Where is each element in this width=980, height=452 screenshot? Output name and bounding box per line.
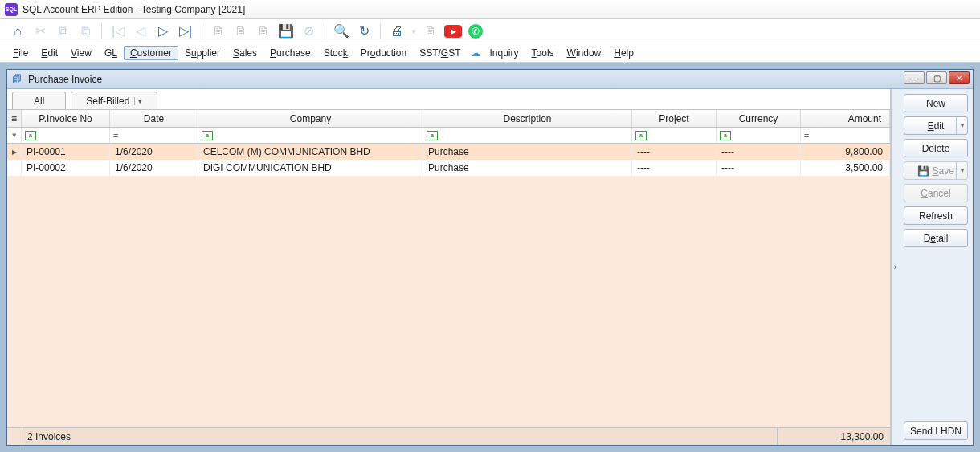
cell-company: CELCOM (M) COMMUNICATION BHD xyxy=(198,144,423,160)
edit-doc-icon[interactable]: 🗎 xyxy=(231,22,251,41)
edit-dropdown-icon[interactable]: ▾ xyxy=(956,117,967,134)
row-count: 2 Invoices xyxy=(22,428,778,445)
cell-date: 1/6/2020 xyxy=(110,144,198,160)
tab-self-billed[interactable]: Self-Billed▾ xyxy=(71,92,157,109)
filter-date[interactable]: = xyxy=(110,128,198,143)
refresh-button[interactable]: Refresh xyxy=(904,206,968,225)
save-button: 💾 Save▾ xyxy=(904,161,968,180)
cut-icon[interactable]: ✂ xyxy=(31,22,50,41)
main-toolbar: ⌂ ✂ ⧉ ⧉ |◁ ◁ ▷ ▷| 🗎 🗎 🗎 💾 ⊘ 🔍 ↻ 🖨 ▾ 🗎 ▶ … xyxy=(0,19,980,43)
preview-icon[interactable]: 🗎 xyxy=(421,22,440,41)
filter-row: ▾ a = a a a a = xyxy=(7,128,890,144)
filter-project[interactable]: a xyxy=(632,128,717,143)
col-date[interactable]: Date xyxy=(110,110,198,127)
maximize-button[interactable]: ▢ xyxy=(926,71,947,84)
refresh-icon[interactable]: ↻ xyxy=(354,22,374,41)
rows-area: ▸PI-000011/6/2020CELCOM (M) COMMUNICATIO… xyxy=(7,144,890,427)
cancel-doc-icon[interactable]: ⊘ xyxy=(299,22,318,41)
inner-window-titlebar[interactable]: 🗐 Purchase Invoice — ▢ ✕ xyxy=(7,70,973,89)
grand-total: 13,300.00 xyxy=(778,428,890,445)
cell-date: 1/6/2020 xyxy=(110,160,198,176)
menu-item-supplier[interactable]: Supplier xyxy=(178,46,227,60)
col-invoice-no[interactable]: P.Invoice No xyxy=(22,110,110,127)
cell-project: ---- xyxy=(632,160,717,176)
menu-item-view[interactable]: View xyxy=(64,46,98,60)
app-title: SQL Account ERP Edition - Testing Compan… xyxy=(22,4,245,15)
detail-button[interactable]: Detail xyxy=(904,229,968,247)
cell-currency: ---- xyxy=(717,160,801,176)
delete-doc-icon[interactable]: 🗎 xyxy=(254,22,273,41)
cloud-icon[interactable]: ☁ xyxy=(468,47,484,59)
menu-item-production[interactable]: Production xyxy=(354,46,413,60)
col-amount[interactable]: Amount xyxy=(801,110,890,127)
print-dropdown-icon[interactable]: ▾ xyxy=(410,22,418,41)
cell-description: Purchase xyxy=(423,144,632,160)
menu-item-sales[interactable]: Sales xyxy=(227,46,263,60)
paste-icon[interactable]: ⧉ xyxy=(76,22,95,41)
table-row[interactable]: ▸PI-000011/6/2020CELCOM (M) COMMUNICATIO… xyxy=(7,144,890,160)
menu-item-edit[interactable]: Edit xyxy=(35,46,64,60)
new-doc-icon[interactable]: 🗎 xyxy=(209,22,228,41)
panel-collapser[interactable]: › xyxy=(891,89,899,445)
menu-item-purchase[interactable]: Purchase xyxy=(263,46,317,60)
grid-zone: All Self-Billed▾ ≡ P.Invoice No Date Com… xyxy=(7,89,891,445)
first-record-icon[interactable]: |◁ xyxy=(108,22,128,41)
menu-item-stock[interactable]: Stock xyxy=(317,46,354,60)
send-lhdn-button[interactable]: Send LHDN xyxy=(904,421,968,440)
col-currency[interactable]: Currency xyxy=(717,110,801,127)
search-icon[interactable]: 🔍 xyxy=(332,22,351,41)
col-project[interactable]: Project xyxy=(632,110,717,127)
row-indicator-header[interactable]: ≡ xyxy=(7,110,22,127)
cell-description: Purchase xyxy=(423,160,632,176)
next-record-icon[interactable]: ▷ xyxy=(153,22,173,41)
filter-invoice-no[interactable]: a xyxy=(22,128,110,143)
cell-currency: ---- xyxy=(717,144,801,160)
col-company[interactable]: Company xyxy=(198,110,423,127)
menu-item-help[interactable]: Help xyxy=(607,46,640,60)
app-icon: SQL xyxy=(5,3,18,16)
filter-funnel-icon[interactable]: ▾ xyxy=(7,128,22,143)
menu-item-gl[interactable]: GL xyxy=(98,46,124,60)
new-button[interactable]: New xyxy=(904,94,968,112)
filter-description[interactable]: a xyxy=(423,128,632,143)
action-panel: New Edit▾ Delete 💾 Save▾ Cancel Refresh … xyxy=(899,89,973,445)
youtube-icon[interactable]: ▶ xyxy=(443,22,463,41)
menu-item-sstgst[interactable]: SST/GST xyxy=(413,46,467,60)
home-icon[interactable]: ⌂ xyxy=(8,22,27,41)
save-doc-icon[interactable]: 💾 xyxy=(276,22,296,41)
cell-amount: 3,500.00 xyxy=(801,160,890,176)
menubar: FileEditViewGLCustomerSupplierSalesPurch… xyxy=(0,43,980,63)
delete-button[interactable]: Delete xyxy=(904,139,968,157)
whatsapp-icon[interactable]: ✆ xyxy=(466,22,485,41)
filter-currency[interactable]: a xyxy=(717,128,801,143)
close-button[interactable]: ✕ xyxy=(949,71,970,84)
print-icon[interactable]: 🖨 xyxy=(387,22,406,41)
filter-tabs: All Self-Billed▾ xyxy=(7,89,890,110)
menu-item-window[interactable]: Window xyxy=(561,46,608,60)
purchase-invoice-window: 🗐 Purchase Invoice — ▢ ✕ All Self-Billed… xyxy=(6,69,974,446)
mdi-client: 🗐 Purchase Invoice — ▢ ✕ All Self-Billed… xyxy=(0,63,980,452)
table-row[interactable]: PI-000021/6/2020DIGI COMMUNICATION BHDPu… xyxy=(7,160,890,176)
filter-amount[interactable]: = xyxy=(801,128,890,143)
filter-company[interactable]: a xyxy=(198,128,423,143)
last-record-icon[interactable]: ▷| xyxy=(176,22,195,41)
cell-company: DIGI COMMUNICATION BHD xyxy=(198,160,423,176)
row-indicator xyxy=(7,160,22,176)
save-dropdown-icon: ▾ xyxy=(956,162,967,179)
menu-item-inquiry[interactable]: Inquiry xyxy=(484,46,525,60)
inner-window-title: Purchase Invoice xyxy=(28,74,102,85)
tab-all[interactable]: All xyxy=(12,92,66,109)
cell-amount: 9,800.00 xyxy=(801,144,890,160)
row-indicator: ▸ xyxy=(7,144,22,160)
menu-item-tools[interactable]: Tools xyxy=(525,46,561,60)
chevron-down-icon[interactable]: ▾ xyxy=(134,97,142,105)
minimize-button[interactable]: — xyxy=(904,71,925,84)
col-description[interactable]: Description xyxy=(423,110,632,127)
edit-button[interactable]: Edit▾ xyxy=(904,116,968,135)
cell-project: ---- xyxy=(632,144,717,160)
menu-item-file[interactable]: File xyxy=(6,46,35,60)
app-titlebar: SQL SQL Account ERP Edition - Testing Co… xyxy=(0,0,980,19)
copy-icon[interactable]: ⧉ xyxy=(53,22,72,41)
prev-record-icon[interactable]: ◁ xyxy=(131,22,150,41)
menu-item-customer[interactable]: Customer xyxy=(124,46,178,60)
